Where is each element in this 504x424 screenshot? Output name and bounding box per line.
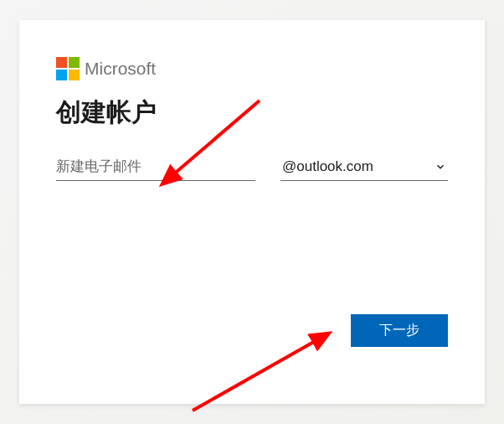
email-row: @outlook.com xyxy=(56,153,448,181)
brand-row: Microsoft xyxy=(56,57,448,80)
domain-selected-text: @outlook.com xyxy=(282,158,373,175)
microsoft-logo-icon xyxy=(56,57,80,80)
page-title: 创建帐户 xyxy=(56,96,448,130)
domain-select[interactable]: @outlook.com xyxy=(280,153,448,181)
next-button[interactable]: 下一步 xyxy=(351,314,448,347)
signup-card: Microsoft 创建帐户 @outlook.com 下一步 xyxy=(19,20,485,404)
email-input[interactable] xyxy=(56,153,255,181)
chevron-down-icon xyxy=(435,161,446,173)
brand-name: Microsoft xyxy=(85,59,156,79)
